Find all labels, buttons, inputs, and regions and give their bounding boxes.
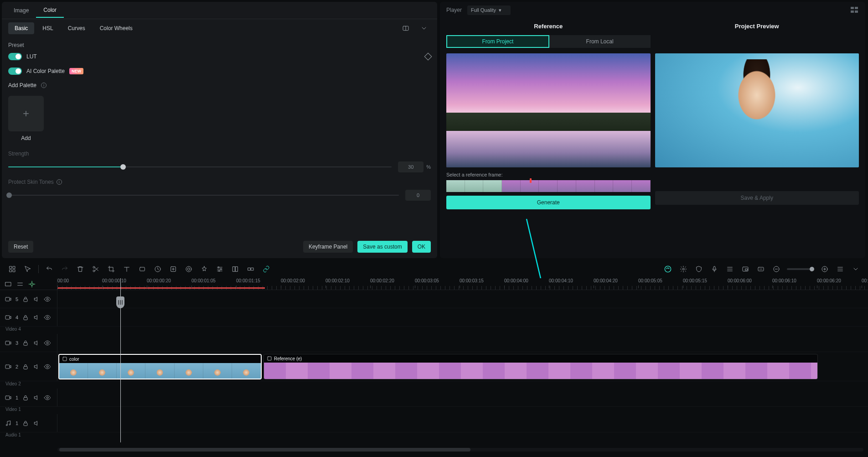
mute-icon[interactable] <box>33 394 40 401</box>
mute-icon[interactable] <box>33 363 40 370</box>
lut-toggle[interactable] <box>8 53 22 60</box>
add-palette-button[interactable]: + <box>8 96 44 131</box>
visibility-icon[interactable] <box>44 339 51 347</box>
visibility-icon[interactable] <box>44 296 51 303</box>
zoom-slider[interactable] <box>787 268 814 270</box>
mic-icon[interactable] <box>708 262 721 276</box>
keyframe-diamond-icon[interactable] <box>424 53 432 61</box>
track-content-v3[interactable] <box>57 334 868 352</box>
track-content-v1[interactable] <box>57 389 868 406</box>
lock-icon[interactable] <box>22 314 29 321</box>
markers-icon[interactable] <box>723 262 737 276</box>
tab-color[interactable]: Color <box>36 3 64 18</box>
track-content-v4[interactable] <box>57 308 868 326</box>
track-content-v2[interactable]: color Reference (e) <box>57 352 868 381</box>
svg-rect-22 <box>248 268 250 270</box>
layout-grid-icon[interactable] <box>851 7 859 13</box>
ai-palette-toggle[interactable] <box>8 68 22 75</box>
time-tick: 00:00:03:05 <box>415 278 439 283</box>
chevron-down-icon[interactable] <box>417 21 431 35</box>
delete-icon[interactable] <box>73 262 87 276</box>
visibility-icon[interactable] <box>44 314 51 321</box>
chevron-down-icon[interactable] <box>849 262 863 276</box>
from-local-tab[interactable]: From Local <box>549 35 651 48</box>
visibility-icon[interactable] <box>44 394 51 401</box>
mute-icon[interactable] <box>33 314 40 321</box>
reset-button[interactable]: Reset <box>8 241 33 253</box>
text-icon[interactable] <box>120 262 134 276</box>
clip-color[interactable]: color <box>58 354 262 379</box>
tool-icon-c[interactable] <box>228 262 242 276</box>
from-project-tab[interactable]: From Project <box>446 35 549 48</box>
strength-slider[interactable] <box>8 162 392 171</box>
grid-tool-icon[interactable] <box>5 262 19 276</box>
protect-skin-value[interactable]: 0 <box>405 190 431 201</box>
timeline-head-icon-c[interactable] <box>28 280 36 288</box>
pointer-tool-icon[interactable] <box>21 262 35 276</box>
video-track-icon <box>5 363 12 370</box>
crop-icon[interactable] <box>104 262 118 276</box>
generate-button[interactable]: Generate <box>446 196 651 209</box>
pip-icon[interactable] <box>739 262 752 276</box>
lock-icon[interactable] <box>22 420 29 427</box>
playhead[interactable] <box>120 278 121 442</box>
playhead-handle[interactable] <box>116 296 124 308</box>
zoom-out-icon[interactable] <box>770 262 783 276</box>
compare-view-icon[interactable] <box>399 21 413 35</box>
cc-icon[interactable] <box>754 262 768 276</box>
clip-reference[interactable]: Reference (e) <box>264 354 818 379</box>
timeline-head-icon-b[interactable] <box>16 280 24 288</box>
svg-rect-57 <box>63 357 67 361</box>
settings-gear-icon[interactable] <box>677 262 690 276</box>
lock-icon[interactable] <box>22 394 29 401</box>
redo-icon[interactable] <box>58 262 72 276</box>
tool-icon-a[interactable] <box>182 262 196 276</box>
track-content-v5[interactable] <box>57 290 868 308</box>
adjust-icon[interactable] <box>213 262 227 276</box>
ratio-icon[interactable] <box>135 262 149 276</box>
protect-skin-slider[interactable] <box>8 191 399 200</box>
list-view-icon[interactable] <box>833 262 847 276</box>
ai-color-icon[interactable] <box>661 262 675 276</box>
reference-preview-image[interactable] <box>446 53 651 167</box>
info-icon[interactable]: i <box>41 83 46 88</box>
tab-image[interactable]: Image <box>6 4 36 17</box>
lock-icon[interactable] <box>22 339 29 347</box>
tool-icon-b[interactable] <box>197 262 211 276</box>
lock-icon[interactable] <box>22 363 29 370</box>
link-icon[interactable] <box>259 262 273 276</box>
reference-frame-strip[interactable] <box>446 180 651 192</box>
track-row-v5: 5 <box>0 290 868 308</box>
mute-icon[interactable] <box>33 420 40 427</box>
tool-icon-d[interactable] <box>244 262 258 276</box>
speed-icon[interactable] <box>151 262 165 276</box>
project-preview-image[interactable] <box>655 53 859 167</box>
effects-icon[interactable] <box>166 262 180 276</box>
timeline-scrollbar-thumb[interactable] <box>59 448 470 452</box>
subtab-curves[interactable]: Curves <box>62 22 92 34</box>
keyframe-panel-button[interactable]: Keyframe Panel <box>303 241 353 253</box>
save-as-custom-button[interactable]: Save as custom <box>357 241 407 253</box>
zoom-in-icon[interactable] <box>818 262 832 276</box>
lock-icon[interactable] <box>22 296 29 303</box>
strength-value[interactable]: 30 <box>398 161 424 172</box>
track-content-a1[interactable] <box>57 414 868 432</box>
shield-icon[interactable] <box>692 262 706 276</box>
subtab-hsl[interactable]: HSL <box>36 22 59 34</box>
save-apply-button[interactable]: Save & Apply <box>655 191 859 205</box>
ok-button[interactable]: OK <box>412 241 431 253</box>
undo-icon[interactable] <box>42 262 56 276</box>
visibility-icon[interactable] <box>44 363 51 370</box>
time-ruler[interactable]: 00:0000:00:00:1000:00:00:2000:00:01:0500… <box>57 278 868 290</box>
timeline-scrollbar[interactable] <box>57 448 863 452</box>
mute-icon[interactable] <box>33 339 40 347</box>
timeline-head-icon-a[interactable] <box>5 280 12 288</box>
reference-frame-marker[interactable] <box>530 178 532 183</box>
svg-rect-41 <box>5 282 11 286</box>
subtab-basic[interactable]: Basic <box>8 22 34 34</box>
mute-icon[interactable] <box>33 296 40 303</box>
split-icon[interactable] <box>89 262 103 276</box>
subtab-color-wheels[interactable]: Color Wheels <box>93 22 139 34</box>
protect-skin-info-icon[interactable]: i <box>57 179 62 185</box>
quality-select[interactable]: Full Quality ▾ <box>467 5 511 15</box>
